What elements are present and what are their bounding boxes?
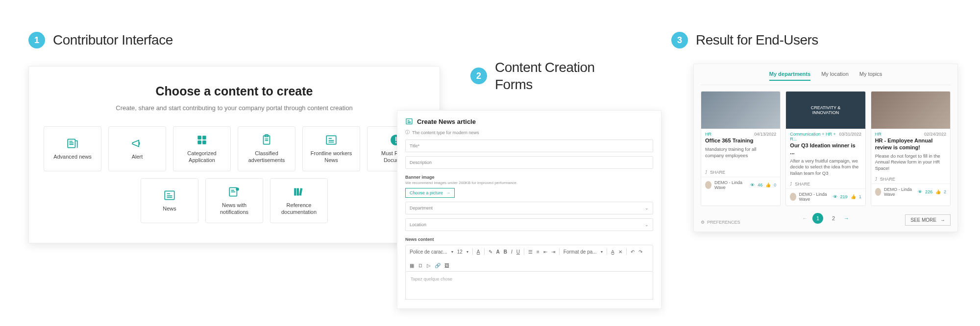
bold-button[interactable]: A	[496, 249, 500, 255]
preferences-button[interactable]: ⚙ PREFERENCES	[701, 220, 740, 225]
card-description: Mandatory training for all company emplo…	[701, 144, 780, 168]
content-type-tile[interactable]: News with notifications	[205, 178, 263, 223]
like-count: 0	[774, 183, 776, 187]
share-icon: ⤴	[790, 182, 792, 186]
pager-page-1[interactable]: 1	[812, 213, 823, 224]
content-type-tile[interactable]: News	[141, 178, 198, 223]
image-button[interactable]: 🖼	[444, 263, 449, 268]
indent-button[interactable]: ⇥	[551, 249, 555, 255]
highlight-button[interactable]: A̲	[611, 249, 614, 255]
location-placeholder: Location	[410, 222, 426, 227]
content-type-tile[interactable]: Categorized Application	[173, 126, 231, 171]
content-type-tile[interactable]: Classified advertisements	[238, 126, 295, 171]
avatar	[875, 188, 881, 196]
font-size-select[interactable]: 12	[457, 249, 463, 255]
svg-rect-17	[395, 137, 396, 141]
eye-icon: 👁	[918, 189, 922, 194]
clipboard-icon	[260, 134, 273, 146]
card-title: HR - Employee Annual review is coming!	[871, 137, 950, 151]
tab-my-departments[interactable]: My departments	[769, 71, 810, 81]
editor-textarea[interactable]: Tapez quelque chose	[405, 272, 653, 300]
svg-rect-4	[197, 136, 201, 140]
news-card[interactable]: CREATIVITY & INNOVATIONCommunication + H…	[785, 91, 865, 206]
file-button[interactable]: 🗋	[418, 263, 423, 268]
card-category: Communication + HR + R...	[790, 132, 839, 141]
content-type-tile[interactable]: Advanced news	[44, 126, 101, 171]
arrow-right-icon: →	[940, 217, 945, 223]
tile-label: Advanced news	[53, 154, 92, 161]
clear-format-button[interactable]: ✎	[489, 249, 492, 255]
card-category: HR	[705, 132, 711, 137]
card-author-row: DEMO - Linda Wave👁219👍1	[786, 188, 865, 206]
share-button[interactable]: ⤴SHARE	[786, 180, 865, 188]
view-count: 219	[840, 194, 848, 199]
sliders-icon: ⚙	[701, 220, 705, 225]
panel1-subtitle: Create, share and start contributing to …	[44, 104, 425, 112]
font-color-button[interactable]: A	[477, 249, 480, 255]
tile-label: Alert	[132, 154, 143, 161]
department-select[interactable]: Department ⌄	[405, 202, 653, 214]
card-category: HR	[875, 132, 882, 137]
banner-label: Banner image	[405, 175, 653, 180]
news-card[interactable]: HR02/24/2022HR - Employee Annual review …	[871, 91, 951, 206]
content-type-tile[interactable]: Frontline workers News	[302, 126, 360, 171]
news-card[interactable]: HR04/13/2022Office 365 TrainingMandatory…	[701, 91, 781, 206]
like-count: 2	[944, 189, 946, 194]
video-button[interactable]: ▷	[427, 263, 431, 268]
paragraph-format-select[interactable]: Format de pa...	[564, 249, 597, 255]
location-select[interactable]: Location ⌄	[405, 218, 653, 231]
outdent-button[interactable]: ⇤	[543, 249, 547, 255]
font-family-select[interactable]: Police de carac...	[410, 249, 447, 255]
author-name: DEMO - Linda Wave	[884, 187, 915, 197]
info-icon: ⓘ	[405, 129, 410, 136]
stage-2-label: 2 Content Creation Forms	[470, 59, 595, 93]
megaphone-icon	[131, 137, 144, 150]
tile-label: News with notifications	[209, 202, 260, 216]
svg-rect-0	[68, 139, 75, 147]
pager-page-2[interactable]: 2	[828, 213, 839, 224]
view-count: 46	[758, 183, 762, 187]
like-count: 1	[859, 194, 861, 199]
share-button[interactable]: ⤴SHARE	[871, 175, 950, 184]
chevron-down-icon: ⌄	[645, 206, 649, 210]
link-button[interactable]: 🔗	[435, 263, 441, 268]
tab-my-location[interactable]: My location	[821, 71, 849, 81]
view-count: 226	[925, 189, 932, 194]
content-type-tile[interactable]: Reference documentation	[270, 178, 328, 223]
underline-button[interactable]: U	[516, 249, 520, 255]
like-icon: 👍	[935, 189, 941, 194]
chevron-down-icon: ⌄	[645, 222, 649, 227]
choose-picture-label: Choose a picture	[410, 190, 443, 195]
undo-button[interactable]: ↶	[631, 249, 635, 255]
bullet-list-button[interactable]: ☰	[528, 249, 533, 255]
share-button[interactable]: ⤴SHARE	[701, 168, 780, 177]
content-type-tiles: Advanced newsAlertCategorized Applicatio…	[44, 126, 425, 223]
redo-button[interactable]: ↷	[638, 249, 642, 255]
share-icon: ⤴	[875, 177, 878, 182]
svg-rect-6	[197, 140, 201, 144]
strikethrough-button[interactable]: ✕	[618, 249, 622, 255]
feed-tabs: My departmentsMy locationMy topics	[701, 71, 951, 85]
tab-my-topics[interactable]: My topics	[859, 71, 882, 81]
form-title-text: Create News article	[417, 118, 476, 125]
preferences-label: PREFERENCES	[707, 220, 740, 225]
content-type-tile[interactable]: Alert	[108, 126, 166, 171]
description-field[interactable]: Description	[405, 156, 653, 169]
numbered-list-button[interactable]: ≡	[537, 249, 539, 255]
svg-point-26	[236, 188, 239, 191]
see-more-button[interactable]: SEE MORE →	[905, 214, 951, 226]
table-button[interactable]: ▦	[410, 263, 414, 268]
choose-picture-button[interactable]: Choose a picture →	[405, 188, 455, 198]
author-name: DEMO - Linda Wave	[799, 192, 830, 202]
content-creation-form-panel: Create News article ⓘ The content type f…	[397, 110, 662, 309]
italic-button[interactable]: I	[511, 249, 513, 255]
card-thumbnail	[871, 92, 950, 129]
card-title: Office 365 Training	[701, 137, 780, 144]
arrow-right-icon: →	[446, 190, 450, 195]
pager-next-button[interactable]: →	[844, 215, 849, 221]
pager-prev-button[interactable]: ←	[802, 215, 808, 221]
tile-label: Reference documentation	[273, 202, 324, 216]
title-field[interactable]: Title*	[405, 140, 653, 152]
tile-label: Frontline workers News	[306, 150, 357, 164]
bold-button-2[interactable]: B	[504, 249, 507, 255]
